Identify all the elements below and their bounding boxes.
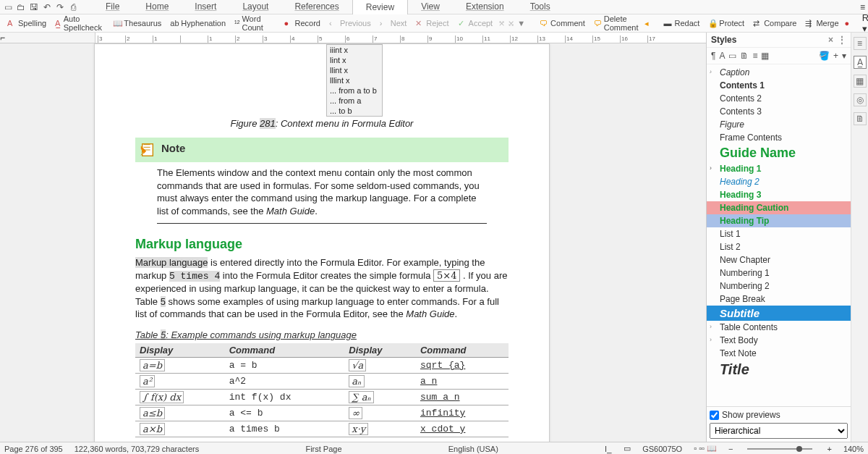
styles-list[interactable]: ›CaptionContents 1Contents 2Contents 3Fi… [707,64,851,406]
frame-style-icon[interactable]: ▭ [728,51,736,61]
style-item[interactable]: Figure [707,118,851,131]
save-icon[interactable]: 🖫 [29,2,39,12]
style-item[interactable]: ›Caption [707,66,851,79]
status-page[interactable]: Page 276 of 395 [4,445,63,453]
menu-insert[interactable]: Insert [182,0,229,14]
status-selection-mode[interactable]: ▭ [624,444,631,453]
status-signature[interactable]: GS60075O [642,445,682,453]
char-style-icon[interactable]: A [719,51,725,61]
style-item[interactable]: Subtitle [707,306,851,321]
style-item[interactable]: Contents 1 [707,79,851,92]
status-pagestyle[interactable]: First Page [305,445,341,453]
menu-home[interactable]: Home [132,0,182,14]
zoom-out-icon[interactable]: − [728,445,733,453]
page-tab[interactable]: 🗎 [854,112,867,125]
context-menu-item[interactable]: iiint x [327,45,382,55]
open-icon[interactable]: ▭ [3,2,13,12]
filter-icon[interactable]: ▼ [517,19,525,28]
menu-review[interactable]: Review [352,0,408,14]
gallery-tab[interactable]: ▦ [854,75,867,88]
style-item[interactable]: Numbering 1 [707,266,851,279]
prev-comment-icon[interactable]: ◂ [644,19,649,28]
new-style-icon[interactable]: + [833,51,838,61]
panel-menu-icon[interactable]: ⋮ [838,35,846,45]
print-icon[interactable]: ⎙ [68,2,78,12]
para-style-icon[interactable]: ¶ [711,51,715,61]
record-button[interactable]: ●Record [281,17,323,29]
style-item[interactable]: List 2 [707,240,851,253]
table-style-icon[interactable]: ▦ [761,51,769,61]
view-layout-icons[interactable]: ▫ ▫▫ 📖 [694,444,717,453]
zoom-level[interactable]: 140% [843,445,864,453]
context-menu-item[interactable]: ... to b [327,106,382,116]
accept-button[interactable]: ✓Accept [455,17,496,29]
context-menu-item[interactable]: ... from a to b [327,85,382,96]
page-style-icon[interactable]: 🗎 [740,51,749,61]
style-item[interactable]: Guide Name [707,144,851,162]
next-button[interactable]: ›Next [377,17,410,29]
style-item[interactable]: List 1 [707,227,851,240]
context-menu-item[interactable]: ... from a [327,96,382,106]
spelling-button[interactable]: ASpelling [4,17,49,29]
status-insert-mode[interactable]: I⎯ [605,445,612,453]
style-item[interactable]: Text Note [707,347,851,360]
style-menu-icon[interactable]: ▾ [842,51,846,61]
comment-button[interactable]: 🗨Comment [537,17,588,29]
horizontal-ruler[interactable]: 3211234567891011121314151617 [95,33,706,43]
styles-tab[interactable]: A̲ [854,56,867,69]
wordcount-button[interactable]: ¹²Word Count [231,13,269,33]
style-item[interactable]: Numbering 2 [707,279,851,293]
status-language[interactable]: English (USA) [448,445,498,453]
reject-all-icon[interactable]: ⤧ [498,19,505,28]
show-previews-checkbox[interactable]: Show previews [710,410,848,420]
style-item[interactable]: Contents 2 [707,92,851,105]
close-icon[interactable]: × [828,35,833,45]
status-wordcount[interactable]: 122,360 words, 703,729 characters [75,445,199,453]
context-menu-item[interactable]: llint x [327,65,382,75]
hyphenation-button[interactable]: abHyphenation [167,17,229,29]
menu-hamburger[interactable]: ≡ [860,2,865,12]
delete-comment-button[interactable]: 🗩Delete Comment [591,13,642,33]
redact-button[interactable]: ▬Redact [660,17,702,29]
menu-tools[interactable]: Tools [517,0,563,14]
page[interactable]: iiint xlint xllint xlllint x... from a t… [94,43,550,442]
menu-extension[interactable]: Extension [453,0,517,14]
style-item[interactable]: ›Text Body [707,334,851,347]
menu-view[interactable]: View [408,0,453,14]
properties-tab[interactable]: ≡ [854,37,867,50]
style-item[interactable]: Heading 2 [707,175,851,188]
style-item[interactable]: ›Table Contents [707,321,851,334]
accept-all-icon[interactable]: ⤩ [508,19,514,28]
menu-references[interactable]: References [281,0,352,14]
style-item[interactable]: Heading Tip [707,214,851,227]
menu-file[interactable]: File [93,0,132,14]
autospell-button[interactable]: A̲Auto Spellcheck [52,13,107,33]
style-item[interactable]: Page Break [707,293,851,306]
protect-button[interactable]: 🔒Protect [705,17,747,29]
navigator-tab[interactable]: ◎ [854,93,867,106]
review-dropdown[interactable]: Review ▾ [862,12,868,34]
folder-icon[interactable]: 🗀 [16,2,26,12]
style-item[interactable]: Frame Contents [707,131,851,144]
redo-icon[interactable]: ↷ [55,2,65,12]
undo-icon[interactable]: ↶ [42,2,52,12]
style-filter-select[interactable]: Hierarchical [710,423,848,439]
style-item[interactable]: ›Heading 1 [707,162,851,175]
style-item[interactable]: Contents 3 [707,105,851,118]
merge-button[interactable]: ⇶Merge [802,17,841,29]
fill-format-icon[interactable]: 🪣 [819,51,830,61]
style-item[interactable]: New Chapter [707,253,851,266]
style-item[interactable]: Heading 3 [707,188,851,201]
menu-layout[interactable]: Layout [229,0,281,14]
rec-dot-icon[interactable]: ● [845,19,852,28]
prev-button[interactable]: ‹Previous [326,17,374,29]
zoom-slider[interactable] [747,448,812,450]
thesaurus-button[interactable]: 📖Thesaurus [110,17,164,29]
style-item[interactable]: Title [707,360,851,379]
context-menu-item[interactable]: lllint x [327,75,382,85]
zoom-in-icon[interactable]: + [827,445,831,453]
reject-button[interactable]: ✕Reject [412,17,451,29]
compare-button[interactable]: ⇄Compare [750,17,799,29]
context-menu-item[interactable]: lint x [327,55,382,65]
list-style-icon[interactable]: ≡ [752,51,757,61]
